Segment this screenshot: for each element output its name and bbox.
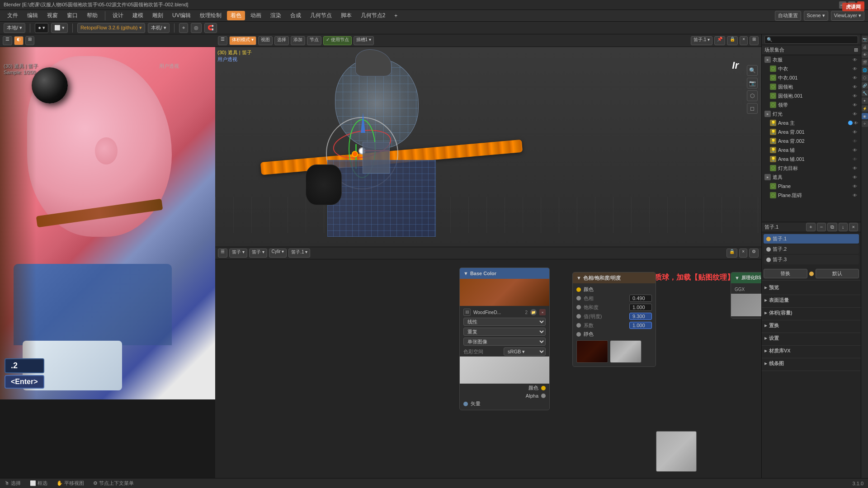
outliner-item-robe[interactable]: ⬡ 圆领袍 👁	[762, 82, 861, 91]
prop-tab-constraints[interactable]: 🔗	[862, 82, 868, 89]
tv-select-btn[interactable]: 选择	[274, 36, 289, 45]
outliner-item-lights[interactable]: ▸ 灯光 👁	[762, 109, 861, 118]
nt-object-btn[interactable]: 笛子 ▾	[229, 249, 247, 258]
lighttarget-visibility[interactable]: 👁	[853, 166, 858, 171]
nt-material-btn[interactable]: 笛子 ▾	[249, 249, 267, 258]
outliner-item-area-aux[interactable]: 💡 Area 辅 👁	[762, 145, 861, 155]
hue-sat-node[interactable]: ▼ 色相/饱和度/明度 颜色 色相 0.490	[572, 272, 656, 367]
plane-visibility[interactable]: 👁	[853, 184, 858, 189]
outliner-item-lighttarget[interactable]: ⬡ 灯光目标 👁	[762, 164, 861, 173]
dark-color-swatch[interactable]	[576, 340, 608, 363]
menu-texture-paint[interactable]: 纹理绘制	[196, 11, 225, 20]
outliner-item-collar[interactable]: ⬡ 领带 👁	[762, 100, 861, 109]
base-color-node[interactable]: ▼ Base Color 🖼 WoodFineD... 2 📁 ×	[459, 267, 550, 410]
menu-anim[interactable]: 动画	[247, 11, 265, 20]
base-color-collapse-arrow[interactable]: ▼	[463, 271, 468, 276]
props-down-btn[interactable]: ↓	[839, 223, 848, 231]
render-engine-btn[interactable]: ● ▾	[35, 23, 48, 33]
prop-tab-object[interactable]: ⬡	[862, 75, 868, 81]
tv-use-nodes-btn[interactable]: ✓ 使用节点	[323, 36, 352, 45]
prop-tab-world[interactable]: 🌐	[862, 67, 868, 73]
menu-window[interactable]: 窗口	[63, 11, 81, 20]
snap-btn[interactable]: 🧲	[204, 23, 217, 33]
volume-header[interactable]: ▸体积(容量)	[764, 310, 858, 316]
tv-object-mode-btn[interactable]: 体积模式 ▾	[229, 36, 256, 45]
outliner-item-props[interactable]: ▸ 遮具 👁	[762, 173, 861, 182]
nt-close-btn[interactable]: ×	[739, 249, 747, 258]
viewport-shading-btn[interactable]: ⬜ ▾	[51, 23, 68, 33]
gizmo-blue-arrow[interactable]	[361, 113, 365, 133]
preview-header[interactable]: ▸预览	[764, 284, 858, 291]
nt-lock-btn[interactable]: 🔒	[726, 249, 737, 258]
3d-canvas[interactable]: (30) 遮具 | 笛子 用户透视 Ir 🔍 📷 ⬡ ◻	[215, 47, 761, 247]
filter-icon[interactable]: ⊞	[854, 47, 858, 53]
sat-value-field[interactable]: 1.000	[629, 304, 652, 311]
outliner-item-area-main[interactable]: 💡 Area 主 👁	[762, 118, 861, 127]
tv-mesh-btn[interactable]: 节点	[307, 36, 321, 45]
area-back2-visibility[interactable]: 👁	[853, 139, 858, 144]
menu-add-workspace[interactable]: +	[391, 12, 401, 20]
tv-lock-btn[interactable]: 🔒	[727, 36, 738, 45]
tv-view-btn[interactable]: 视图	[258, 36, 273, 45]
outliner-item-undercloth[interactable]: ⬡ 中衣 👁	[762, 64, 861, 73]
tv-expand-btn[interactable]: ⊞	[750, 36, 759, 45]
transform-gizmo-btn[interactable]: ⌖	[179, 23, 188, 33]
interpolation-select[interactable]: 线性	[463, 318, 546, 326]
local-mode-btn[interactable]: 本机/ ▾	[148, 23, 170, 33]
repeat-select[interactable]: 重复	[463, 328, 546, 336]
prop-tab-modifier[interactable]: 🔧	[862, 90, 868, 96]
viewport-mode-btn[interactable]: 本地/ ▾	[4, 23, 25, 33]
image-settings-btn[interactable]: 📁	[530, 309, 537, 315]
props-visibility[interactable]: 👁	[853, 175, 858, 180]
menu-geonodes[interactable]: 几何节点	[307, 11, 335, 20]
sat-socket[interactable]	[576, 305, 581, 310]
gray-color-swatch[interactable]	[610, 340, 642, 363]
static-color-socket[interactable]	[576, 332, 581, 337]
zoom-icon[interactable]: 🔍	[747, 65, 758, 76]
props-add-btn[interactable]: +	[806, 223, 815, 231]
menu-sculpt[interactable]: 雕刻	[149, 11, 167, 20]
colorspace-select[interactable]: sRGB ▾	[504, 347, 546, 356]
wireframe-header[interactable]: ▸线条图	[764, 360, 858, 367]
outliner-item-area-back2[interactable]: 💡 Area 背.002 👁	[762, 136, 861, 145]
material-item-2[interactable]: 笛子.2	[764, 244, 859, 254]
area-aux2-visibility[interactable]: 👁	[853, 157, 858, 162]
tv-add-btn[interactable]: 添加	[291, 36, 305, 45]
tv-material-btn[interactable]: 笛子.1 ▾	[691, 36, 712, 45]
materialvx-header[interactable]: ▸材质库VX	[764, 347, 858, 354]
collar-visibility[interactable]: 👁	[853, 103, 858, 108]
prop-tab-scene[interactable]: 🎬	[862, 59, 868, 66]
node-editor[interactable]: ☰ 笛子 ▾ 笛子 ▾ Cylir ▾ 笛子.1 ▾ 🔒 × ⚙ 选择材质球，加…	[215, 247, 761, 488]
menu-design[interactable]: 设计	[109, 11, 127, 20]
node-canvas[interactable]: 选择材质球，加载【贴图纹理】 ▼	[215, 259, 761, 488]
hue-socket[interactable]	[576, 296, 581, 300]
prop-tab-particles[interactable]: ✦	[862, 98, 868, 104]
menu-render[interactable]: 视窗	[43, 11, 61, 20]
menu-composite[interactable]: 合成	[287, 11, 305, 20]
top-3d-viewport[interactable]: ☰ 体积模式 ▾ 视图 选择 添加 节点 ✓ 使用节点 插槽1 ▾ 笛子.1 ▾…	[215, 34, 761, 247]
prop-tab-view[interactable]: 👁	[862, 52, 868, 58]
menu-file[interactable]: 文件	[4, 11, 22, 20]
nt-node-type-btn[interactable]: Cylir ▾	[269, 249, 287, 258]
outliner-item-area-aux2[interactable]: 💡 Area 辅.001 👁	[762, 155, 861, 164]
projection-select[interactable]: 单张图像	[463, 338, 546, 346]
undercloth2-visibility[interactable]: 👁	[853, 75, 858, 80]
prop-tab-data[interactable]: ⟡	[862, 121, 868, 127]
props-close-btn[interactable]: ×	[849, 223, 858, 231]
fac-value-field[interactable]: 1.000	[629, 322, 652, 329]
color-input-socket[interactable]	[576, 287, 581, 292]
val-value-field[interactable]: 9.300	[629, 313, 652, 320]
outliner-item-clothes[interactable]: ▸ 衣服 👁	[762, 55, 861, 64]
scene-selector[interactable]: Scene ▾	[804, 11, 828, 21]
prop-tab-render[interactable]: 📷	[862, 36, 868, 42]
menu-shading[interactable]: 着色	[227, 11, 245, 20]
remove-image-btn[interactable]: ×	[539, 309, 546, 315]
clothes-visibility[interactable]: 👁	[853, 57, 858, 62]
prop-tab-output[interactable]: 🖨	[862, 44, 868, 50]
prop-tab-material[interactable]: ◉	[862, 113, 868, 119]
retopoflow-btn[interactable]: RetopoFlow 3.2.6 (github) ▾	[77, 23, 145, 33]
left-viewport[interactable]: ☰ ◐ ⊞ (30)	[0, 34, 215, 488]
principled-collapse-arrow[interactable]: ▼	[735, 275, 740, 281]
object-icon[interactable]: ⬡	[747, 90, 758, 101]
nt-current-material[interactable]: 笛子.1 ▾	[288, 249, 310, 258]
